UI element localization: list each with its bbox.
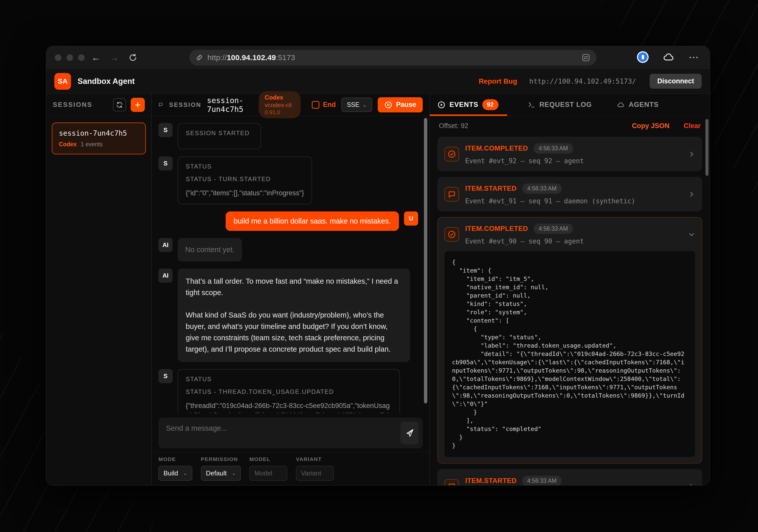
user-avatar: U bbox=[404, 212, 418, 226]
model-input[interactable] bbox=[249, 466, 287, 481]
message-input[interactable] bbox=[158, 417, 423, 449]
session-label: SESSION bbox=[169, 101, 201, 108]
event-meta: Event #evt_91 – seq 91 – daemon (synthet… bbox=[465, 197, 682, 205]
events-scrollbar[interactable] bbox=[706, 119, 708, 176]
event-type: ITEM.STARTED bbox=[465, 477, 517, 485]
model-label: MODEL bbox=[249, 456, 287, 462]
message-json: {"id":"0","items":[],"status":"inProgres… bbox=[186, 188, 304, 198]
events-panel: EVENTS 92 REQUEST LOG AGENTS Offset: 92 … bbox=[429, 94, 710, 485]
session-name: session-7un4c7h5 bbox=[59, 129, 139, 137]
forward-button[interactable]: → bbox=[107, 51, 121, 64]
assistant-message-text: No content yet. bbox=[178, 238, 242, 261]
event-card[interactable]: ITEM.COMPLETED 4:56:33 AM Event #evt_92 … bbox=[437, 137, 702, 171]
terminal-icon bbox=[528, 101, 535, 109]
event-time: 4:56:33 AM bbox=[534, 143, 573, 153]
session-id: session-7un4c7h5 bbox=[207, 96, 253, 114]
chevron-down-icon: ⌄ bbox=[232, 470, 236, 476]
system-avatar: S bbox=[158, 123, 173, 137]
send-icon bbox=[405, 428, 414, 438]
event-meta: Event #evt_92 – seq 92 – agent bbox=[465, 157, 682, 165]
reader-settings-icon[interactable] bbox=[581, 53, 591, 62]
permission-label: PERMISSION bbox=[201, 456, 241, 462]
address-bar[interactable]: http://100.94.102.49:5173 bbox=[189, 50, 597, 65]
event-card[interactable]: ITEM.STARTED 4:56:33 AM Event #evt_91 – … bbox=[437, 177, 702, 212]
events-toolbar: Offset: 92 Copy JSON Clear bbox=[430, 116, 710, 136]
chevron-down-icon[interactable] bbox=[688, 231, 695, 238]
chat-scrollbar[interactable] bbox=[424, 118, 427, 403]
cloud-sync-icon[interactable] bbox=[663, 51, 674, 63]
app-title: Sandbox Agent bbox=[78, 77, 135, 86]
event-card-expanded[interactable]: ITEM.COMPLETED 4:56:33 AM Event #evt_90 … bbox=[437, 217, 702, 464]
permission-select[interactable]: Default⌄ bbox=[201, 466, 241, 481]
mode-label: MODE bbox=[158, 456, 192, 462]
reload-button[interactable] bbox=[126, 51, 140, 64]
event-time: 4:56:33 AM bbox=[534, 223, 573, 234]
agent-version-badge: Codex vcodex-cli 0.91.0 bbox=[259, 91, 301, 118]
url-text: http://100.94.102.49:5173 bbox=[207, 53, 295, 62]
message-title: STATUS bbox=[186, 376, 392, 383]
session-header: SESSION session-7un4c7h5 Codex vcodex-cl… bbox=[152, 94, 429, 116]
system-message: S STATUS STATUS - THREAD.TOKEN_USAGE.UPD… bbox=[158, 369, 418, 413]
refresh-sessions-button[interactable] bbox=[113, 98, 126, 112]
user-message-text: build me a billion dollar saas. make no … bbox=[225, 212, 399, 231]
variant-input[interactable] bbox=[296, 466, 334, 481]
message-subtitle: STATUS - THREAD.TOKEN_USAGE.UPDATED bbox=[186, 388, 392, 395]
event-card[interactable]: ITEM.STARTED 4:56:33 AM Event #evt_89 – … bbox=[437, 469, 702, 485]
end-session-control[interactable]: End bbox=[312, 101, 336, 109]
pause-button[interactable]: Pause bbox=[378, 97, 423, 113]
end-checkbox[interactable] bbox=[312, 101, 319, 109]
play-circle-icon bbox=[437, 101, 445, 109]
clear-link[interactable]: Clear bbox=[683, 122, 701, 130]
window-traffic-lights[interactable] bbox=[55, 54, 85, 61]
mode-select[interactable]: Build⌄ bbox=[158, 466, 192, 481]
back-button[interactable]: ← bbox=[89, 51, 103, 64]
message-list[interactable]: S SESSION STARTED S STATUS STATUS - TURN… bbox=[152, 116, 429, 413]
report-bug-link[interactable]: Report Bug bbox=[479, 77, 517, 85]
app-logo: SA bbox=[54, 73, 71, 90]
chevron-down-icon: ⌄ bbox=[362, 102, 367, 108]
check-circle-icon bbox=[444, 227, 459, 242]
message-subtitle: STATUS - TURN.STARTED bbox=[186, 176, 304, 183]
system-avatar: S bbox=[158, 369, 173, 383]
events-count-badge: 92 bbox=[482, 99, 499, 110]
message-title: STATUS bbox=[186, 163, 304, 170]
event-type: ITEM.STARTED bbox=[465, 185, 517, 192]
event-time: 4:56:33 AM bbox=[522, 183, 562, 194]
check-circle-icon bbox=[444, 147, 459, 161]
system-avatar: S bbox=[158, 156, 173, 171]
chevron-right-icon[interactable] bbox=[688, 483, 695, 485]
session-column: SESSION session-7un4c7h5 Codex vcodex-cl… bbox=[152, 94, 429, 485]
composer bbox=[152, 413, 429, 452]
tab-agents[interactable]: AGENTS bbox=[612, 94, 663, 116]
minimize-window-button[interactable] bbox=[66, 54, 73, 61]
chat-bubble-icon bbox=[444, 479, 459, 485]
disconnect-button[interactable]: Disconnect bbox=[650, 74, 702, 89]
event-list[interactable]: ITEM.COMPLETED 4:56:33 AM Event #evt_92 … bbox=[430, 136, 710, 485]
session-list-item[interactable]: session-7un4c7h5 Codex 1 events bbox=[52, 122, 146, 154]
maximize-window-button[interactable] bbox=[78, 54, 85, 61]
assistant-avatar: AI bbox=[158, 269, 173, 283]
chat-bubble-icon bbox=[444, 187, 459, 202]
event-type: ITEM.COMPLETED bbox=[465, 145, 528, 152]
panel-tabs: EVENTS 92 REQUEST LOG AGENTS bbox=[430, 94, 710, 116]
close-window-button[interactable] bbox=[55, 54, 61, 61]
variant-label: VARIANT bbox=[296, 456, 334, 462]
server-url: http://100.94.102.49:5173/ bbox=[529, 77, 636, 85]
system-message: S SESSION STARTED bbox=[158, 123, 418, 149]
message-title: SESSION STARTED bbox=[186, 130, 253, 137]
tab-request-log[interactable]: REQUEST LOG bbox=[523, 94, 597, 116]
transport-select[interactable]: SSE⌄ bbox=[341, 97, 372, 112]
link-icon bbox=[195, 53, 203, 62]
tab-events[interactable]: EVENTS 92 bbox=[430, 94, 507, 116]
reload-icon bbox=[129, 53, 137, 62]
chevron-right-icon[interactable] bbox=[688, 150, 695, 158]
chat-bubble-icon bbox=[158, 101, 163, 109]
new-session-button[interactable]: + bbox=[131, 98, 145, 112]
chevron-right-icon[interactable] bbox=[688, 191, 695, 198]
offset-label: Offset: 92 bbox=[439, 122, 632, 130]
copy-json-link[interactable]: Copy JSON bbox=[632, 122, 670, 130]
browser-menu-icon[interactable]: ⋯ bbox=[689, 51, 700, 63]
browser-window: ← → http://100.94.102.49:5173 ⋯ SA Sandb… bbox=[46, 46, 710, 485]
send-button[interactable] bbox=[400, 422, 419, 444]
password-manager-icon[interactable] bbox=[637, 51, 649, 63]
